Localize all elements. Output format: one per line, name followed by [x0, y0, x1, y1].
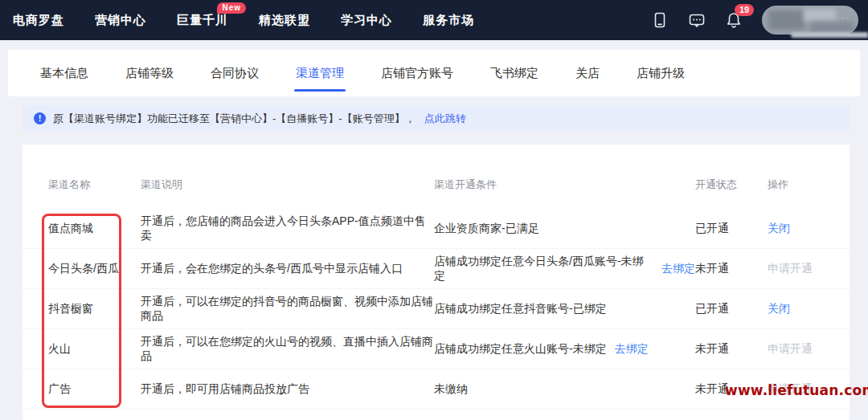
- channel-name: 今日头条/西瓜: [48, 262, 141, 276]
- table-row-zhidian: 值点商城 开通后，您店铺的商品会进入今日头条APP-值点频道中售卖 企业资质商家…: [23, 209, 850, 249]
- header-open-status: 开通状态: [695, 177, 768, 192]
- header-channel-desc: 渠道说明: [141, 177, 434, 192]
- chat-icon[interactable]: [688, 11, 706, 29]
- condition-text: 企业资质商家-已满足: [434, 222, 539, 236]
- condition-text: 店铺成功绑定任意火山账号-未绑定: [434, 342, 607, 357]
- condition-text: 未缴纳: [434, 382, 468, 397]
- channel-condition: 未缴纳: [434, 382, 695, 397]
- table-row-douyin-showcase: 抖音橱窗 开通后，可以在绑定的抖音号的商品橱窗、视频中添加店铺商品 店铺成功绑定…: [23, 289, 850, 329]
- table-header-row: 渠道名称 渠道说明 渠道开通条件 开通状态 操作: [23, 169, 850, 201]
- blur-block: [810, 22, 854, 33]
- channel-status: 已开通: [695, 222, 768, 236]
- nav-menu: 电商罗盘 营销中心 巨量千川 New 精选联盟 学习中心 服务市场: [0, 13, 474, 28]
- condition-text: 店铺成功绑定任意今日头条/西瓜账号-未绑定: [434, 255, 653, 283]
- channel-condition: 店铺成功绑定任意火山账号-未绑定 去绑定: [434, 342, 695, 357]
- nav-item-learning[interactable]: 学习中心: [341, 13, 392, 28]
- notification-badge: 19: [735, 4, 754, 16]
- blur-block: [804, 9, 836, 22]
- header-open-condition: 渠道开通条件: [434, 177, 695, 192]
- nav-item-marketing[interactable]: 营销中心: [95, 13, 146, 28]
- channel-status: 已开通: [695, 302, 768, 316]
- channel-condition: 店铺成功绑定任意抖音账号-已绑定: [434, 302, 695, 316]
- tab-close-shop[interactable]: 关店: [574, 50, 601, 96]
- channel-status: 未开通: [695, 342, 768, 357]
- blurred-strip: [791, 32, 868, 38]
- header-channel-name: 渠道名称: [48, 177, 141, 192]
- channel-table: 渠道名称 渠道说明 渠道开通条件 开通状态 操作 值点商城 开通后，您店铺的商品…: [23, 145, 850, 420]
- tab-feishu-binding[interactable]: 飞书绑定: [489, 50, 540, 96]
- tab-channel-management[interactable]: 渠道管理: [294, 50, 346, 96]
- channel-condition: 店铺成功绑定任意今日头条/西瓜账号-未绑定 去绑定: [434, 255, 695, 283]
- close-channel-button[interactable]: 关闭: [768, 222, 790, 234]
- blur-ellipsis: ···: [836, 12, 850, 23]
- channel-name: 抖音橱窗: [48, 302, 141, 316]
- banner-text: 原【渠道账号绑定】功能已迁移至【营销中心】-【自播账号】-【账号管理】，: [53, 112, 416, 126]
- header-action: 操作: [768, 177, 850, 192]
- blur-block: [768, 10, 805, 30]
- apply-open-button[interactable]: 申请开通: [768, 382, 813, 395]
- channel-status: 未开通: [695, 382, 768, 397]
- nav-item-qianchuan-label: 巨量千川: [177, 13, 228, 27]
- new-badge: New: [217, 2, 246, 14]
- bell-icon[interactable]: 19: [725, 11, 743, 29]
- nav-item-service-market[interactable]: 服务市场: [423, 13, 474, 28]
- tab-basic-info[interactable]: 基本信息: [39, 50, 90, 96]
- nav-item-alliance[interactable]: 精选联盟: [259, 13, 310, 28]
- channel-desc: 开通后，即可用店铺商品投放广告: [141, 382, 434, 397]
- go-bind-link[interactable]: 去绑定: [615, 342, 649, 357]
- tab-official-account[interactable]: 店铺官方账号: [379, 50, 455, 96]
- apply-open-button[interactable]: 申请开通: [768, 262, 813, 275]
- navbar-right: 19 ···: [651, 6, 868, 35]
- table-body: 值点商城 开通后，您店铺的商品会进入今日头条APP-值点频道中售卖 企业资质商家…: [23, 209, 850, 410]
- go-bind-link[interactable]: 去绑定: [661, 262, 695, 276]
- channel-desc: 开通后，可以在您绑定的火山号的视频、直播中插入店铺商品: [141, 335, 434, 364]
- channel-name: 火山: [48, 342, 141, 357]
- channel-name: 值点商城: [48, 222, 141, 236]
- nav-item-compass[interactable]: 电商罗盘: [13, 13, 64, 28]
- apply-open-button[interactable]: 申请开通: [768, 342, 813, 355]
- tab-bar: 基本信息 店铺等级 合同协议 渠道管理 店铺官方账号 飞书绑定 关店 店铺升级: [8, 50, 860, 96]
- table-row-huoshan: 火山 开通后，可以在您绑定的火山号的视频、直播中插入店铺商品 店铺成功绑定任意火…: [23, 329, 850, 369]
- top-navbar: 电商罗盘 营销中心 巨量千川 New 精选联盟 学习中心 服务市场: [0, 0, 868, 40]
- jump-link[interactable]: 点此跳转: [424, 112, 466, 126]
- channel-desc: 开通后，可以在绑定的抖音号的商品橱窗、视频中添加店铺商品: [141, 295, 434, 324]
- tab-shop-level[interactable]: 店铺等级: [124, 50, 175, 96]
- channel-status: 未开通: [695, 262, 768, 276]
- channel-desc: 开通后，您店铺的商品会进入今日头条APP-值点频道中售卖: [141, 214, 434, 243]
- table-row-ads: 广告 开通后，即可用店铺商品投放广告 未缴纳 未开通 申请开通: [23, 369, 850, 410]
- condition-text: 店铺成功绑定任意抖音账号-已绑定: [434, 302, 607, 316]
- tab-contract[interactable]: 合同协议: [209, 50, 260, 96]
- nav-item-qianchuan[interactable]: 巨量千川 New: [177, 13, 228, 28]
- channel-condition: 企业资质商家-已满足: [434, 222, 695, 236]
- tab-shop-upgrade[interactable]: 店铺升级: [635, 50, 686, 96]
- info-icon: !: [34, 112, 46, 124]
- close-channel-button[interactable]: 关闭: [768, 302, 790, 315]
- user-account-blurred[interactable]: ···: [762, 6, 858, 35]
- mobile-icon[interactable]: [651, 11, 669, 29]
- channel-desc: 开通后，会在您绑定的头条号/西瓜号中显示店铺入口: [141, 262, 434, 276]
- migration-notice-banner: ! 原【渠道账号绑定】功能已迁移至【营销中心】-【自播账号】-【账号管理】， 点…: [23, 105, 850, 132]
- table-row-toutiao-xigua: 今日头条/西瓜 开通后，会在您绑定的头条号/西瓜号中显示店铺入口 店铺成功绑定任…: [23, 249, 850, 289]
- channel-name: 广告: [48, 382, 141, 397]
